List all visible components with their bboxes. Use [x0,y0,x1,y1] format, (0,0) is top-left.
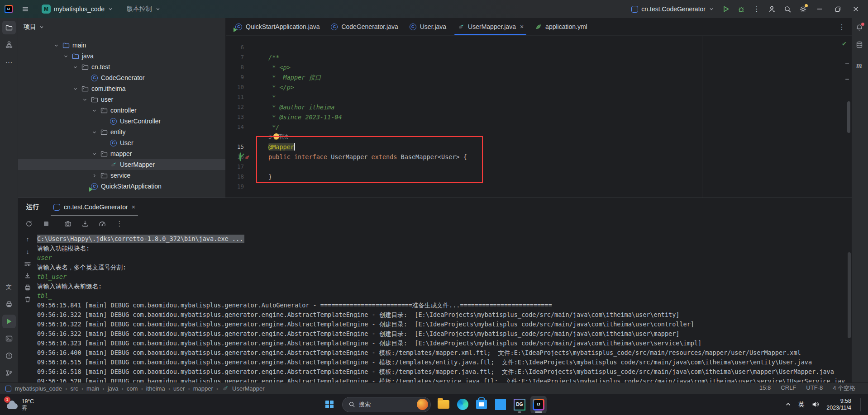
clock-widget[interactable]: 9:58 2023/11/4 [826,398,851,411]
breadcrumb-item[interactable]: mapper [193,385,213,392]
chevron-down-icon[interactable] [62,53,69,59]
taskbar-search[interactable]: 搜索 [342,397,431,412]
console-output[interactable]: C:\Users\Happy\.jdks\corretto-1.8.0_372\… [37,234,845,382]
editor-tab-usermapper-java[interactable]: UserMapper.java× [452,18,529,35]
debug-button[interactable] [735,3,748,15]
gauge-icon[interactable] [96,217,109,230]
tray-chevron-icon[interactable] [785,401,791,407]
database-icon[interactable] [853,38,866,52]
run-button[interactable] [720,3,732,15]
code-editor[interactable]: ✔ 67/**8 * <p>9 * Mapper 接口10 * </p>11 *… [226,36,852,198]
store-taskbar-icon[interactable] [473,396,490,413]
tree-item-service[interactable]: service [18,170,225,181]
show-desktop-button[interactable] [860,398,862,411]
project-panel-header[interactable]: 项目 [18,18,225,36]
idea-taskbar-icon[interactable]: IJ [530,396,547,413]
run-icon[interactable] [2,315,16,328]
project-window-icon[interactable] [5,386,11,391]
chevron-right-icon[interactable] [91,172,97,179]
tree-item-usermapper[interactable]: UserMapper [18,159,225,170]
chevron-down-icon[interactable] [72,85,78,92]
line-ending[interactable]: CRLF [781,384,796,392]
vscode-taskbar-icon[interactable] [492,396,509,413]
editor-scrollbar[interactable] [847,101,850,133]
settings-gear-icon[interactable] [796,3,809,15]
editor-tab-user-java[interactable]: CUser.java [404,18,452,35]
tree-item-user[interactable]: user [18,94,225,105]
volume-icon[interactable] [811,401,819,408]
tree-item-java[interactable]: java [18,51,225,61]
console-scrollbar[interactable] [848,252,851,338]
run-config-widget[interactable]: cn.test.CodeGenerator [629,4,717,14]
restore-button[interactable] [830,2,845,16]
tree-item-usercontroller[interactable]: CUserController [18,116,225,127]
up-icon[interactable]: ↑ [26,235,29,243]
tab-options-icon[interactable]: ⋮ [832,23,852,31]
project-widget[interactable]: M mybatisplus_code [38,3,117,15]
chevron-down-icon[interactable] [81,96,88,103]
trash-icon[interactable] [24,296,31,303]
more-actions-icon[interactable]: ⋮ [750,3,763,15]
editor-tab-application-yml[interactable]: application.yml [529,18,593,35]
tree-item-quickstartapplication[interactable]: CQuickStartApplication [18,181,225,192]
tree-item-mapper[interactable]: mapper [18,148,225,159]
breadcrumb-item[interactable]: java [108,385,119,392]
breadcrumb-item[interactable]: UserMapper [232,385,265,392]
caret-position[interactable]: 15:8 [759,384,771,392]
editor-tab-codegenerator-java[interactable]: CCodeGenerator.java [325,18,403,35]
down-icon[interactable]: ↓ [26,248,29,256]
search-everywhere-icon[interactable] [781,3,794,15]
edge-taskbar-icon[interactable] [454,396,471,413]
tree-item-user[interactable]: CUser [18,137,225,148]
run-console-tab[interactable]: cn.test.CodeGenerator × [51,198,138,216]
stop-icon[interactable] [40,217,52,230]
explorer-taskbar-icon[interactable] [435,396,452,413]
problems-icon[interactable] [2,349,16,363]
tree-item-cn.test[interactable]: cn.test [18,61,225,72]
wrap-icon[interactable] [24,260,31,268]
close-icon[interactable]: × [132,203,135,211]
main-menu-icon[interactable] [19,3,32,15]
tree-item-controller[interactable]: controller [18,105,225,116]
chevron-down-icon[interactable] [53,42,59,48]
scrollend-icon[interactable] [24,272,31,279]
search-highlight-icon[interactable] [417,399,428,410]
chevron-down-icon[interactable] [72,64,78,70]
structure-icon[interactable] [2,38,16,52]
file-encoding[interactable]: UTF-8 [806,384,823,392]
close-button[interactable] [848,2,863,16]
breadcrumb-item[interactable]: main [86,385,99,392]
branch-icon[interactable] [2,366,16,380]
breadcrumb-item[interactable]: user [173,385,185,392]
ime-indicator[interactable]: 英 [798,401,805,409]
breadcrumb-item[interactable]: mybatisplus_code [15,385,62,392]
start-button[interactable] [321,396,338,413]
add-user-button[interactable] [766,3,778,15]
gutter-icons[interactable] [239,152,251,162]
notifications-bell-icon[interactable] [853,21,866,34]
indent-style[interactable]: 4 个空格 [833,384,855,392]
attach-icon[interactable] [79,217,91,230]
vcs-widget[interactable]: 版本控制 [123,4,164,14]
bean-gutter-icon[interactable] [239,153,241,160]
project-folder-icon[interactable] [2,21,16,34]
chevron-down-icon[interactable] [91,151,97,157]
print-icon[interactable] [24,284,31,291]
tree-item-com.itheima[interactable]: com.itheima [18,83,225,94]
close-icon[interactable]: × [520,23,524,30]
more-v-icon[interactable]: ⋮ [113,217,126,230]
more-icon[interactable]: ⋯ [2,55,16,69]
translate-icon[interactable]: 文 [2,280,16,294]
maven-icon[interactable]: m [853,59,866,72]
terminal-icon[interactable] [2,332,16,345]
breadcrumb-item[interactable]: itheima [146,385,165,392]
editor-tab-quickstartapplication-java[interactable]: CQuickStartApplication.java [229,18,325,35]
weather-widget[interactable]: 1 19°C 雾 [0,398,40,411]
tree-item-entity[interactable]: entity [18,127,225,137]
tree-item-codegenerator[interactable]: CCodeGenerator [18,72,225,83]
datagrip-taskbar-icon[interactable]: DG [511,396,528,413]
printer-icon[interactable] [2,297,16,311]
bird-gutter-icon[interactable] [244,154,251,160]
camera-icon[interactable] [62,217,74,230]
tree-item-main[interactable]: main [18,40,225,51]
